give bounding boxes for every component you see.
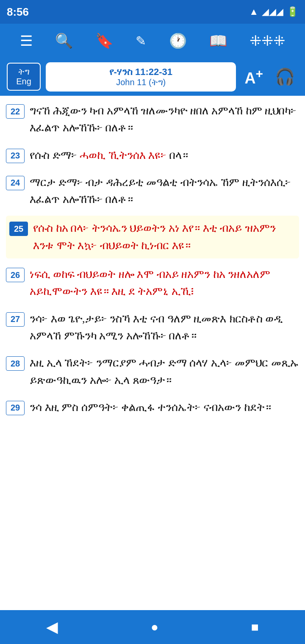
verse-num-23[interactable]: 23 bbox=[6, 149, 25, 163]
verse-27: 27 ንሳ፦ እወ ጌዮ,ታይ፦ ንስኻ እቲ ናብ ዓለም ዚመጽእ ክርስቶ… bbox=[6, 308, 299, 347]
verse-text-25: የሱስ ከአ በላ፦ ትንሳኤን ህይወትን አነ እየ። እቲ ብአይ ዝአም… bbox=[33, 220, 296, 254]
menu-icon[interactable]: ☰ bbox=[20, 32, 33, 49]
audio-button[interactable]: 🎧 bbox=[272, 67, 298, 86]
history-icon[interactable]: 🕐 bbox=[169, 32, 187, 49]
home-button[interactable]: ● bbox=[151, 620, 158, 634]
grid-icon[interactable]: ⁜⁜⁜ bbox=[250, 32, 285, 49]
verse-23: 23 የሱስ ድማ፦ ሓወኪ ኺትንሰእ እዩ፦ በላ። bbox=[6, 144, 299, 167]
back-button[interactable]: ◀ bbox=[46, 618, 58, 636]
edit-icon[interactable]: ✎ bbox=[136, 33, 146, 48]
signal-icon: ◢◢◢ bbox=[262, 6, 283, 17]
status-time: 8:56 bbox=[7, 6, 29, 19]
verse-text-28: እዚ ኢላ ኸደት፦ ንማርያም ሓብታ ድማ ሰላሃ ኢላ፦ መምህር መጺኡ… bbox=[30, 355, 299, 389]
verse-29: 29 ንሳ እዚ ምስ ሰምዓት፦ ቀልጢፋ ተንሰኤት፦ ናብአውን ከደት። bbox=[6, 397, 299, 419]
verse-num-25[interactable]: 25 bbox=[9, 222, 28, 236]
verse-26: 26 ነፍሲ ወከፍ ብህይወት ዘሎ እሞ ብአይ ዘአምን ከአ ንዘለአለ… bbox=[6, 264, 299, 303]
verse-text-26: ነፍሲ ወከፍ ብህይወት ዘሎ እሞ ብአይ ዘአምን ከአ ንዘለአለም አ… bbox=[30, 266, 299, 300]
verse-22: 22 ግናኸ ሕጂውን ካብ አምላኸ ዝለሙንካዮ ዘበለ አምላኸ ከም ዚ… bbox=[6, 100, 299, 139]
verse-28: 28 እዚ ኢላ ኸደት፦ ንማርያም ሓብታ ድማ ሰላሃ ኢላ፦ መምህር … bbox=[6, 352, 299, 391]
chapter-title: የ-ሃንስ 11:22-31 bbox=[50, 67, 232, 78]
language-button[interactable]: ትግ Eng bbox=[7, 63, 41, 91]
verse-num-29[interactable]: 29 bbox=[6, 401, 25, 415]
verse-num-28[interactable]: 28 bbox=[6, 356, 25, 371]
verse-num-27[interactable]: 27 bbox=[6, 312, 25, 327]
recent-apps-button[interactable]: ■ bbox=[251, 620, 259, 634]
toolbar: ☰ 🔍 🔖 ✎ 🕐 📖 ⁜⁜⁜ bbox=[0, 24, 305, 58]
verse-text-23: የሱስ ድማ፦ ሓወኪ ኺትንሰእ እዩ፦ በላ። bbox=[30, 147, 299, 164]
verse-text-29: ንሳ እዚ ምስ ሰምዓት፦ ቀልጢፋ ተንሰኤት፦ ናብአውን ከደት። bbox=[30, 399, 299, 416]
verse-24: 24 ማርታ ድማ፦ ብታ ዳሕረይቲ መዓልቲ ብትንሳኤ ኸም ዚትንሰእሲ… bbox=[6, 172, 299, 211]
verse-text-27: ንሳ፦ እወ ጌዮ,ታይ፦ ንስኻ እቲ ናብ ዓለም ዚመጽእ ክርስቶስ ወ… bbox=[30, 311, 299, 345]
bookmark-icon[interactable]: 🔖 bbox=[95, 32, 113, 49]
lang-line1: ትግ bbox=[14, 67, 34, 77]
red-text-26: ነፍሲ ወከፍ ብህይወት ዘሎ እሞ ብአይ ዘአምን ከአ ንዘለአለም አ… bbox=[30, 268, 270, 297]
content-area: 22 ግናኸ ሕጂውን ካብ አምላኸ ዝለሙንካዮ ዘበለ አምላኸ ከም ዚ… bbox=[0, 96, 305, 466]
nav-bar: ትግ Eng የ-ሃንስ 11:22-31 John 11 (ትግ) A+ 🎧 bbox=[0, 58, 305, 96]
search-icon[interactable]: 🔍 bbox=[55, 32, 73, 49]
red-text-23: ሓወኪ ኺትንሰእ እዩ፦ bbox=[80, 149, 166, 161]
book-icon[interactable]: 📖 bbox=[209, 32, 227, 49]
battery-icon: 🔋 bbox=[287, 6, 298, 17]
verse-25: 25 የሱስ ከአ በላ፦ ትንሳኤን ህይወትን አነ እየ። እቲ ብአይ … bbox=[6, 216, 299, 258]
verse-num-22[interactable]: 22 bbox=[6, 104, 25, 119]
status-bar: 8:56 ▲ ◢◢◢ 🔋 bbox=[0, 0, 305, 24]
bottom-nav: ◀ ● ■ bbox=[0, 610, 305, 644]
chapter-selector[interactable]: የ-ሃንስ 11:22-31 John 11 (ትግ) bbox=[46, 62, 236, 92]
chapter-subtitle: John 11 (ትግ) bbox=[50, 78, 232, 87]
status-icons: ▲ ◢◢◢ 🔋 bbox=[249, 6, 298, 17]
wifi-icon: ▲ bbox=[249, 6, 258, 17]
verse-num-24[interactable]: 24 bbox=[6, 176, 25, 190]
verse-text-24: ማርታ ድማ፦ ብታ ዳሕረይቲ መዓልቲ ብትንሳኤ ኸም ዚትንሰእሲ፦ እ… bbox=[30, 174, 299, 208]
lang-line2: Eng bbox=[14, 77, 34, 86]
red-text-25: የሱስ ከአ በላ፦ ትንሳኤን ህይወትን አነ እየ። እቲ ብአይ ዝአም… bbox=[33, 222, 276, 251]
font-size-button[interactable]: A+ bbox=[241, 67, 266, 87]
verse-num-26[interactable]: 26 bbox=[6, 268, 25, 282]
verse-text-22: ግናኸ ሕጂውን ካብ አምላኸ ዝለሙንካዮ ዘበለ አምላኸ ከም ዚህበካ… bbox=[30, 103, 299, 137]
